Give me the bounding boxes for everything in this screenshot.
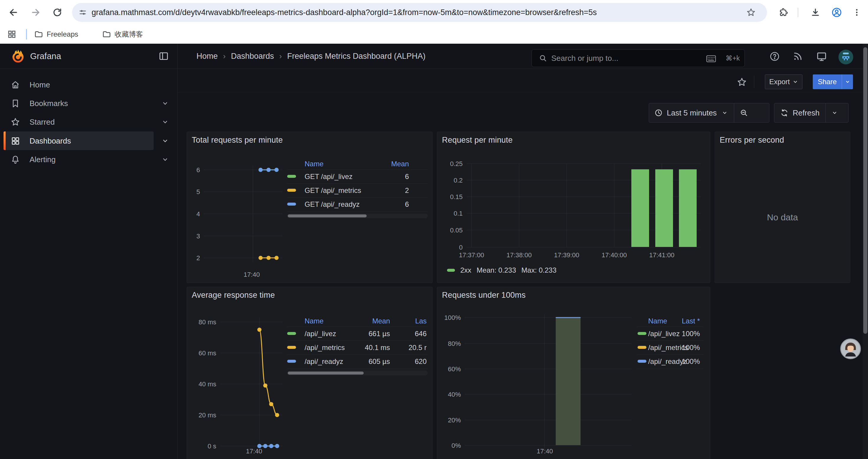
share-dropdown-button[interactable] [842, 74, 853, 89]
legend-series-name[interactable]: GET /api/_metrics [305, 184, 361, 197]
sidebar-item-bookmarks[interactable]: Bookmarks [0, 95, 177, 112]
legend-scrollbar-thumb[interactable] [288, 371, 364, 374]
chart-data-point[interactable] [258, 256, 262, 260]
sidebar-item-dashboards[interactable]: Dashboards [0, 132, 177, 150]
downloads-icon[interactable] [808, 0, 823, 25]
legend-header-last[interactable]: Las [415, 315, 427, 327]
legend-row[interactable]: 2xx Mean: 0.233 Max: 0.233 [447, 266, 557, 274]
profile-icon[interactable] [830, 0, 844, 25]
series-color-pill[interactable] [287, 346, 296, 349]
chart-data-point[interactable] [263, 444, 267, 448]
chevron-down-icon[interactable] [162, 100, 168, 107]
legend-header-mean[interactable]: Mean [391, 158, 409, 169]
help-icon[interactable] [769, 51, 780, 63]
chart-data-point[interactable] [275, 413, 279, 417]
chart-data-point[interactable] [258, 168, 262, 172]
chart-data-point[interactable] [263, 383, 267, 388]
sidebar-toggle-icon[interactable] [158, 51, 169, 63]
chart-data-point[interactable] [275, 256, 279, 260]
legend-series-name[interactable]: /api/_readyz [648, 355, 687, 368]
grafana-logo[interactable] [11, 49, 25, 65]
panel-total-requests-per-minute[interactable]: Total requests per minute 6543217:40 Nam… [187, 132, 433, 283]
chart-data-point[interactable] [275, 444, 279, 448]
bar[interactable] [679, 169, 696, 247]
panel-title[interactable]: Errors per second [720, 136, 784, 145]
chart-data-point[interactable] [275, 168, 279, 172]
legend-header-name[interactable]: Name [305, 315, 323, 327]
legend-series-name[interactable]: GET /api/_readyz [305, 197, 360, 211]
time-range-picker[interactable]: Last 5 minutes [649, 103, 769, 123]
brand-title[interactable]: Grafana [30, 52, 61, 61]
site-settings-icon[interactable] [79, 8, 87, 17]
chart-data-point[interactable] [269, 402, 273, 406]
chart-data-point[interactable] [257, 444, 261, 448]
series-color-pill[interactable] [638, 346, 646, 349]
back-icon[interactable] [6, 0, 21, 25]
panel-average-response-time[interactable]: Average response time 80 ms60 ms40 ms20 … [187, 287, 433, 459]
reload-icon[interactable] [50, 0, 64, 25]
chevron-down-icon[interactable] [162, 156, 168, 163]
export-button[interactable]: Export [765, 74, 802, 89]
legend-scrollbar[interactable] [287, 214, 428, 218]
series-color-pill[interactable] [638, 332, 646, 335]
bookmark-folder-freeleaps[interactable]: Freeleaps [34, 25, 78, 44]
sidebar-item-home[interactable]: Home [0, 76, 177, 93]
legend-scrollbar[interactable] [287, 371, 428, 375]
series-color-pill[interactable] [287, 175, 296, 178]
forward-icon[interactable] [28, 0, 42, 25]
series-color-pill[interactable] [287, 360, 296, 363]
search-input[interactable]: Search or jump to... ⌘+k [531, 49, 745, 67]
user-avatar[interactable] [838, 50, 853, 64]
zoom-out-button[interactable] [734, 109, 754, 117]
area-fill[interactable] [556, 318, 581, 445]
url-text[interactable]: grafana.mathmast.com/d/deytv4rwavabkb/fr… [92, 3, 597, 22]
series-color-pill[interactable] [638, 360, 646, 363]
sidebar-item-starred[interactable]: Starred [0, 113, 177, 131]
chart-data-point[interactable] [257, 328, 261, 332]
legend-series-name[interactable]: 2xx [460, 266, 471, 274]
series-color-pill[interactable] [287, 203, 296, 205]
legend-series-name[interactable]: /api/_readyz [305, 355, 343, 368]
page-scrollbar-thumb[interactable] [863, 47, 867, 334]
extensions-icon[interactable] [776, 0, 790, 25]
favorite-star-icon[interactable] [737, 77, 747, 88]
news-rss-icon[interactable] [793, 51, 803, 63]
apps-grid-icon[interactable] [7, 30, 17, 40]
chart-data-point[interactable] [267, 168, 271, 172]
legend-header-last[interactable]: Last * [682, 315, 700, 327]
legend-header-name[interactable]: Name [305, 158, 323, 169]
series-color-pill[interactable] [287, 332, 296, 335]
request-per-minute-chart[interactable]: 0.250.20.150.10.05017:37:0017:38:0017:39… [437, 132, 710, 283]
legend-header-mean[interactable]: Mean [372, 315, 390, 327]
assistant-avatar[interactable] [840, 338, 861, 359]
omnibox[interactable]: grafana.mathmast.com/d/deytv4rwavabkb/fr… [72, 3, 767, 22]
legend-series-name[interactable]: /api/_metrics [305, 340, 345, 355]
chart-data-point[interactable] [269, 444, 273, 448]
bar[interactable] [655, 169, 673, 247]
refresh-button[interactable]: Refresh [774, 103, 848, 123]
bar[interactable] [631, 169, 649, 247]
breadcrumb-home[interactable]: Home [196, 52, 218, 61]
legend-series-name[interactable]: GET /api/_livez [305, 169, 352, 184]
chevron-down-icon[interactable] [162, 138, 168, 144]
panel-request-per-minute[interactable]: Request per minute 0.250.20.150.10.05017… [437, 132, 710, 283]
bookmark-folder-blogs[interactable]: 收藏博客 [102, 25, 143, 44]
legend-header-name[interactable]: Name [648, 315, 667, 327]
share-button[interactable]: Share [813, 74, 842, 89]
panel-errors-per-second[interactable]: Errors per second No data [715, 132, 850, 283]
refresh-interval-dropdown[interactable] [826, 110, 843, 116]
series-color-pill[interactable] [287, 189, 296, 192]
chart-data-point[interactable] [267, 256, 271, 260]
chart-series-line[interactable] [259, 330, 277, 415]
chevron-down-icon[interactable] [162, 119, 168, 125]
bookmark-star-icon[interactable] [746, 8, 756, 17]
sidebar-item-alerting[interactable]: Alerting [0, 151, 177, 168]
panel-requests-under-100ms[interactable]: Requests under 100ms 100%80%60%40%20%0%1… [437, 287, 710, 459]
legend-series-name[interactable]: /api/_livez [648, 327, 680, 340]
breadcrumb-dashboards[interactable]: Dashboards [231, 52, 274, 61]
requests-under-100ms-chart[interactable]: 100%80%60%40%20%0%17:40 [437, 287, 710, 459]
menu-kebab-icon[interactable] [850, 0, 864, 25]
monitor-icon[interactable] [816, 51, 827, 64]
legend-series-name[interactable]: /api/_livez [305, 327, 336, 340]
legend-scrollbar-thumb[interactable] [288, 215, 367, 218]
